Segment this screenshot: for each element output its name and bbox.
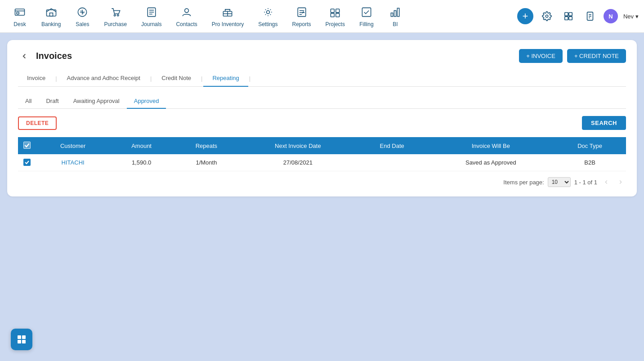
tab-divider-2: | xyxy=(149,70,152,86)
status-tab-all[interactable]: All xyxy=(18,94,39,109)
nav-label-bi: BI xyxy=(393,21,398,27)
nav-item-filling[interactable]: Filling xyxy=(352,1,381,31)
projects-icon xyxy=(328,5,342,19)
svg-point-12 xyxy=(185,9,189,13)
svg-rect-22 xyxy=(336,9,340,13)
tab-divider-3: | xyxy=(200,70,203,86)
journals-icon xyxy=(144,5,159,19)
customer-link[interactable]: HITACHI xyxy=(62,159,85,166)
main-tabs: Invoice | Advance and Adhoc Receipt | Cr… xyxy=(18,70,626,87)
status-tab-draft[interactable]: Draft xyxy=(39,94,66,109)
card-header: Invoices + INVOICE + CREDIT NOTE xyxy=(18,49,626,63)
row-next-invoice-date: 27/08/2021 xyxy=(240,154,356,171)
nav-item-journals[interactable]: Journals xyxy=(134,1,169,31)
nav-item-purchase[interactable]: Purchase xyxy=(97,1,134,31)
select-all-checkbox[interactable] xyxy=(23,142,31,149)
banking-icon xyxy=(44,5,58,19)
delete-button[interactable]: DELETE xyxy=(18,116,57,130)
tab-invoice[interactable]: Invoice xyxy=(18,70,54,87)
nav-items: Desk Banking Sales xyxy=(5,1,517,31)
svg-rect-39 xyxy=(22,335,26,339)
svg-rect-2 xyxy=(17,12,19,14)
nav-label-pro-inventory: Pro Inventory xyxy=(212,21,244,27)
nav-label-desk: Desk xyxy=(13,21,26,27)
nav-label-reports: Reports xyxy=(292,21,311,27)
nav-label-settings: Settings xyxy=(258,21,277,27)
nav-item-banking[interactable]: Banking xyxy=(34,1,68,31)
svg-rect-27 xyxy=(394,11,396,17)
svg-rect-23 xyxy=(331,13,335,17)
user-menu[interactable]: Nev ▾ xyxy=(623,13,639,20)
svg-rect-33 xyxy=(569,17,572,20)
prev-page-button[interactable] xyxy=(601,177,612,187)
svg-point-29 xyxy=(546,15,548,18)
row-checkbox-cell[interactable] xyxy=(18,154,36,171)
tab-advance[interactable]: Advance and Adhoc Receipt xyxy=(58,70,149,87)
contacts-icon xyxy=(179,5,194,19)
page-title: Invoices xyxy=(36,51,72,61)
chevron-down-icon: ▾ xyxy=(635,13,639,20)
nav-label-purchase: Purchase xyxy=(104,21,127,27)
nav-item-projects[interactable]: Projects xyxy=(318,1,352,31)
top-navigation: Desk Banking Sales xyxy=(0,0,644,33)
row-customer: HITACHI xyxy=(36,154,110,171)
col-header-doc-type: Doc Type xyxy=(554,137,626,154)
tab-repeating[interactable]: Repeating xyxy=(203,70,248,87)
status-tab-awaiting[interactable]: Awaiting Approval xyxy=(66,94,127,109)
table-body: HITACHI 1,590.0 1/Month 27/08/2021 Saved… xyxy=(18,154,626,171)
col-header-end-date: End Date xyxy=(356,137,428,154)
nav-item-desk[interactable]: Desk xyxy=(5,1,34,31)
main-content: Invoices + INVOICE + CREDIT NOTE Invoice… xyxy=(0,33,644,204)
nav-item-bi[interactable]: BI xyxy=(381,1,410,31)
nav-item-sales[interactable]: Sales xyxy=(68,1,97,31)
user-avatar: N xyxy=(604,9,618,23)
table-header: Customer Amount Repeats Next Invoice Dat… xyxy=(18,137,626,154)
status-tab-approved[interactable]: Approved xyxy=(127,94,166,109)
row-checkbox[interactable] xyxy=(23,159,31,166)
nav-right-section: + N Nev ▾ xyxy=(517,8,639,24)
back-button[interactable] xyxy=(18,50,31,62)
nav-item-pro-inventory[interactable]: Pro Inventory xyxy=(205,1,251,31)
desk-icon xyxy=(13,5,27,19)
col-header-repeats: Repeats xyxy=(173,137,240,154)
col-header-customer: Customer xyxy=(36,137,110,154)
settings-icon xyxy=(261,5,275,19)
items-per-page-label: Items per page: xyxy=(503,179,544,186)
page-range: 1 - 1 of 1 xyxy=(574,179,597,186)
svg-rect-17 xyxy=(298,8,306,16)
svg-point-7 xyxy=(117,14,119,16)
pro-inventory-icon xyxy=(220,5,235,19)
row-repeats: 1/Month xyxy=(173,154,240,171)
toolbar: DELETE SEARCH xyxy=(18,116,626,130)
svg-rect-28 xyxy=(397,8,399,16)
credit-note-button[interactable]: + CREDIT NOTE xyxy=(567,49,626,63)
svg-point-16 xyxy=(266,11,269,14)
nav-label-contacts: Contacts xyxy=(176,21,197,27)
nav-item-contacts[interactable]: Contacts xyxy=(169,1,204,31)
grid-view-button[interactable] xyxy=(560,8,577,24)
svg-rect-32 xyxy=(565,17,568,20)
tab-divider-1: | xyxy=(54,70,58,86)
invoice-button[interactable]: + INVOICE xyxy=(519,49,563,63)
next-page-button[interactable] xyxy=(615,177,626,187)
gear-button[interactable] xyxy=(539,8,555,24)
svg-rect-31 xyxy=(569,13,572,16)
doc-button[interactable] xyxy=(582,8,598,24)
tab-credit-note[interactable]: Credit Note xyxy=(152,70,200,87)
nav-label-filling: Filling xyxy=(359,21,373,27)
svg-rect-41 xyxy=(22,340,26,343)
row-invoice-will-be: Saved as Approved xyxy=(428,154,554,171)
svg-rect-25 xyxy=(362,8,371,16)
floating-action-button[interactable] xyxy=(11,329,32,350)
add-button[interactable]: + xyxy=(517,8,533,24)
tab-divider-4: | xyxy=(248,70,251,86)
svg-rect-40 xyxy=(18,340,21,343)
invoices-table: Customer Amount Repeats Next Invoice Dat… xyxy=(18,137,626,171)
col-header-checkbox[interactable] xyxy=(18,137,36,154)
nav-item-settings[interactable]: Settings xyxy=(251,1,285,31)
search-button[interactable]: SEARCH xyxy=(582,116,626,130)
svg-rect-30 xyxy=(565,13,568,16)
items-per-page-select[interactable]: 10 25 50 100 xyxy=(548,177,571,187)
nav-item-reports[interactable]: Reports xyxy=(285,1,318,31)
svg-point-6 xyxy=(114,14,116,16)
